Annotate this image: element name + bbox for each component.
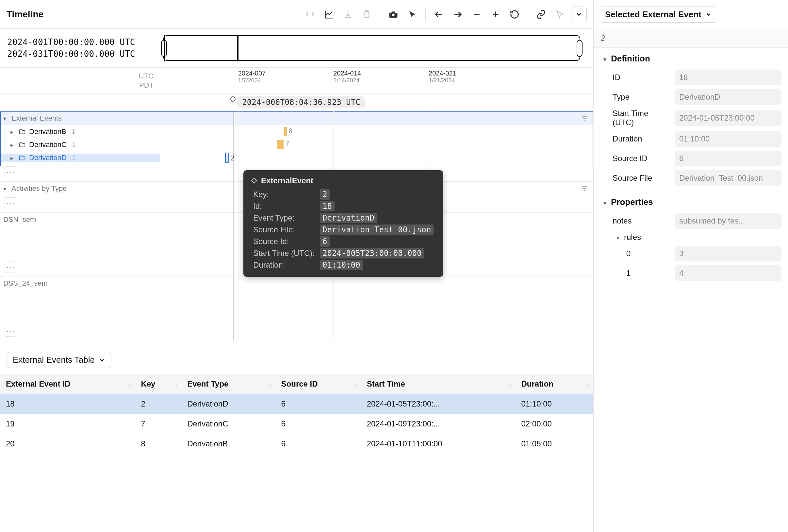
- link-icon[interactable]: [533, 6, 549, 22]
- group-title: DSS_24_sem: [3, 279, 48, 288]
- axis-tick: 2024-0071/7/2024: [238, 70, 266, 84]
- bottom-dropdown[interactable]: External Events Table: [6, 352, 112, 368]
- field-label-srcid: Source ID: [613, 154, 669, 163]
- group-title: DSN_sem: [3, 215, 36, 224]
- cursor-row: 2024-006T08:04:36.923 UTC: [0, 94, 593, 112]
- filter-icon[interactable]: [581, 114, 589, 122]
- group-more-button[interactable]: ···: [4, 325, 16, 337]
- folder-icon: [19, 141, 26, 149]
- field-start[interactable]: [675, 110, 782, 126]
- bottom-panel: External Events Table External Event ID⋮…: [0, 346, 593, 532]
- scrub-bar[interactable]: [163, 35, 580, 61]
- section-title: Definition: [611, 54, 650, 64]
- group-title: Activities by Type: [12, 184, 67, 193]
- row-derivation-b[interactable]: DerivationB 1 8: [0, 125, 593, 138]
- plus-icon[interactable]: [488, 6, 504, 22]
- group-more-button[interactable]: ···: [4, 261, 16, 273]
- field-srcid[interactable]: [675, 151, 782, 166]
- field-type[interactable]: [675, 89, 782, 105]
- cursor-time-chip[interactable]: 2024-006T08:04:36.923 UTC: [237, 96, 365, 108]
- rules-label: rules: [624, 233, 641, 242]
- axis-tz2: PDT: [139, 81, 154, 90]
- event-tooltip: ExternalEvent Key:2Id:18Event Type:Deriv…: [243, 170, 443, 277]
- group-more-button[interactable]: ···: [4, 197, 16, 209]
- svg-point-8: [231, 97, 235, 101]
- event-bar[interactable]: [283, 127, 287, 136]
- selected-event-bar[interactable]: 2: [225, 153, 229, 163]
- row-label: DerivationC: [29, 140, 67, 149]
- svg-point-2: [392, 14, 395, 16]
- more-dropdown[interactable]: [571, 6, 587, 22]
- tracks-area: External Events DerivationB 1: [0, 112, 593, 346]
- arrow-right-icon[interactable]: [450, 6, 466, 22]
- cursor-pin-icon[interactable]: [229, 96, 237, 105]
- group-head-dss24[interactable]: DSS_24_sem: [0, 276, 593, 290]
- axis-tick: 2024-0141/14/2024: [333, 70, 361, 84]
- arrow-left-icon[interactable]: [431, 6, 447, 22]
- bottom-dropdown-label: External Events Table: [13, 355, 95, 365]
- filter-icon[interactable]: [581, 185, 589, 193]
- page-title: Timeline: [6, 9, 43, 20]
- field-label-start: Start Time (UTC): [613, 109, 669, 127]
- camera-icon[interactable]: [386, 6, 401, 22]
- rule-value[interactable]: [675, 265, 782, 281]
- download-icon[interactable]: [340, 6, 356, 22]
- table-row[interactable]: 208DerivationB62024-01-10T11:00:0001:05:…: [0, 434, 593, 454]
- tooltip-title: ExternalEvent: [261, 176, 313, 185]
- section-definition: Definition ID Type Start Time (UTC) Dura…: [594, 48, 788, 191]
- table-row[interactable]: 182DerivationD62024-01-05T23:00:...01:10…: [0, 394, 593, 414]
- event-bar[interactable]: [277, 140, 283, 149]
- scrub-handle-right[interactable]: [577, 40, 583, 57]
- field-notes[interactable]: [675, 213, 782, 229]
- select-cursor-icon[interactable]: [552, 6, 568, 22]
- row-derivation-c[interactable]: DerivationC 1 7: [0, 138, 593, 151]
- header: Timeline: [0, 0, 593, 29]
- right-panel-dropdown[interactable]: Selected External Event: [599, 6, 718, 22]
- field-label-srcfile: Source File: [613, 174, 669, 183]
- code-icon[interactable]: [302, 6, 318, 22]
- table-row[interactable]: 197DerivationC62024-01-09T23:00:...02:00…: [0, 414, 593, 434]
- table-header[interactable]: Start Time⋮: [361, 374, 515, 394]
- chevron-down-icon: [99, 357, 105, 363]
- clipboard-icon[interactable]: [359, 6, 375, 22]
- row-count: 1: [72, 127, 76, 136]
- table-header[interactable]: Duration⋮: [515, 374, 593, 394]
- group-title: External Events: [12, 114, 62, 122]
- range-start-label: 2024-001T00:00:00.000 UTC: [7, 37, 160, 47]
- rule-row: 0: [626, 246, 782, 261]
- diamond-icon: [251, 177, 258, 184]
- range-row: 2024-001T00:00:00.000 UTC 2024-031T00:00…: [0, 29, 593, 67]
- minus-icon[interactable]: [469, 6, 485, 22]
- table-header[interactable]: Key⋮: [135, 374, 181, 394]
- axis-tz1: UTC: [139, 72, 154, 80]
- group-more-button[interactable]: ···: [4, 166, 16, 178]
- rule-value[interactable]: [675, 246, 782, 261]
- reset-icon[interactable]: [507, 6, 523, 22]
- line-chart-icon[interactable]: [321, 6, 337, 22]
- folder-icon: [19, 154, 26, 161]
- section-title: Properties: [611, 197, 653, 207]
- cursor-icon[interactable]: [405, 6, 420, 22]
- right-panel-tag: 2: [594, 29, 788, 48]
- scrub-window[interactable]: [164, 35, 238, 61]
- table-header[interactable]: Source ID⋮: [275, 374, 361, 394]
- toolbar: [302, 6, 587, 22]
- table-header[interactable]: External Event ID⋮: [0, 374, 135, 394]
- field-id[interactable]: [675, 70, 782, 85]
- row-derivation-d[interactable]: DerivationD 1 2: [0, 151, 593, 164]
- event-bar-label: 8: [289, 127, 292, 135]
- field-dur[interactable]: [675, 131, 782, 147]
- axis-row: UTC PDT 2024-0071/7/20242024-0141/14/202…: [0, 67, 593, 94]
- group-dss24: DSS_24_sem ···: [0, 276, 593, 340]
- field-label-notes: notes: [613, 216, 669, 225]
- field-label-id: ID: [613, 73, 669, 82]
- group-head-external-events[interactable]: External Events: [0, 112, 593, 125]
- table-header[interactable]: Event Type⋮: [181, 374, 275, 394]
- scrub-cursor[interactable]: [238, 35, 238, 61]
- field-srcfile[interactable]: [675, 170, 782, 186]
- event-bar-label: 7: [285, 140, 289, 148]
- row-count: 1: [72, 154, 76, 162]
- row-label: DerivationD: [29, 154, 67, 162]
- field-label-dur: Duration: [613, 134, 669, 143]
- right-panel-dropdown-label: Selected External Event: [605, 9, 702, 20]
